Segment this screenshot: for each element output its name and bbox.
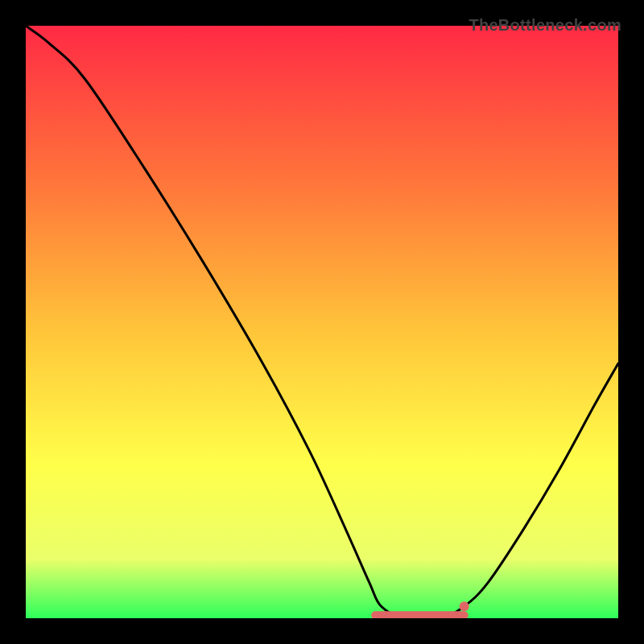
chart-frame: TheBottleneck.com	[16, 16, 628, 628]
plot-area	[26, 26, 618, 618]
attribution-text: TheBottleneck.com	[469, 16, 621, 35]
bottleneck-curve-chart	[26, 26, 618, 618]
optimal-point-marker	[460, 601, 469, 611]
gradient-background	[26, 26, 618, 618]
